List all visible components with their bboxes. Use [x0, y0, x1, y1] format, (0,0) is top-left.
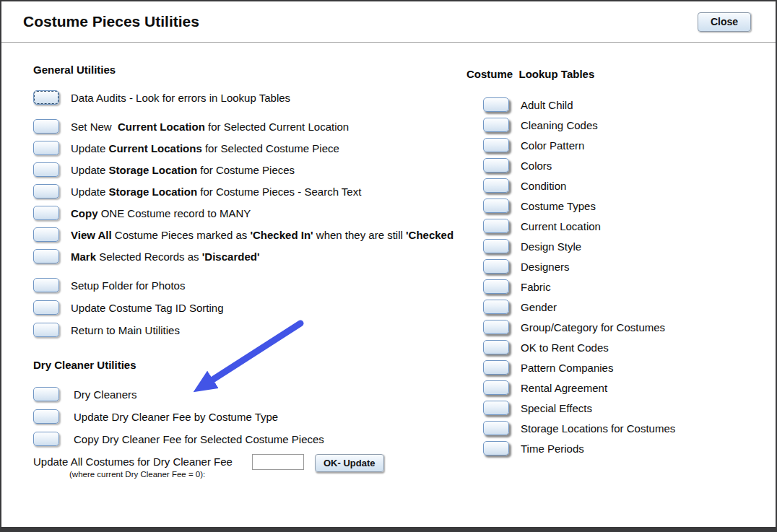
- lookup-pattern-companies-label: Pattern Companies: [521, 362, 613, 374]
- lookup-cleaning-codes-row: Cleaning Codes: [466, 118, 675, 132]
- mark-discarded-button[interactable]: [33, 249, 59, 263]
- set-new-current-location-row: Set New Current Location for Selected Cu…: [33, 119, 456, 134]
- lookup-designers-row: Designers: [466, 259, 675, 274]
- lookup-rental-agreement-row: Rental Agreement: [466, 380, 675, 395]
- view-all-checked-in-row: View All Costume Pieces marked as 'Check…: [33, 227, 456, 242]
- dry-cleaner-fee-row: Update All Costumes for Dry Cleaner Fee …: [33, 454, 456, 479]
- lookup-fabric-button[interactable]: [483, 279, 509, 294]
- lookup-rental-agreement-label: Rental Agreement: [521, 382, 607, 394]
- lookup-gender-button[interactable]: [483, 300, 509, 314]
- lookup-special-effects-label: Special Effects: [521, 402, 592, 414]
- lookup-current-location-button[interactable]: [483, 219, 509, 233]
- lookup-design-style-button[interactable]: [483, 239, 509, 253]
- lookup-adult-child-row: Adult Child: [466, 97, 675, 112]
- return-to-main-utilities-button[interactable]: [33, 323, 59, 337]
- dry-cleaner-fee-input[interactable]: [252, 454, 304, 470]
- lookup-design-style-row: Design Style: [466, 239, 675, 253]
- general-utilities-list: Data Audits - Look for errors in Lookup …: [33, 90, 456, 337]
- update-costume-tag-id-sorting-label: Update Costume Tag ID Sorting: [71, 302, 224, 314]
- dry-cleaners-button[interactable]: [33, 387, 59, 401]
- set-new-current-location-button[interactable]: [33, 119, 59, 134]
- lookup-gender-row: Gender: [466, 300, 675, 314]
- close-button[interactable]: Close: [698, 12, 751, 32]
- general-utilities-heading: General Utilities: [33, 64, 456, 76]
- update-current-locations-button[interactable]: [33, 141, 59, 155]
- copy-dry-cleaner-fee-button[interactable]: [33, 432, 59, 446]
- lookup-designers-label: Designers: [521, 261, 570, 273]
- lookup-ok-to-rent-codes-button[interactable]: [483, 340, 509, 354]
- copy-one-costume-record-button[interactable]: [33, 206, 59, 220]
- lookup-storage-locations-for-costumes-label: Storage Locations for Costumes: [521, 422, 675, 435]
- setup-folder-photos-row: Setup Folder for Photos: [33, 278, 456, 292]
- setup-folder-photos-label: Setup Folder for Photos: [71, 279, 185, 292]
- lookup-colors-label: Colors: [521, 160, 552, 172]
- update-dry-cleaner-fee-by-costume-type-row: Update Dry Cleaner Fee by Costume Type: [33, 409, 456, 424]
- lookup-pattern-companies-button[interactable]: [483, 360, 509, 375]
- update-costume-tag-id-sorting-row: Update Costume Tag ID Sorting: [33, 300, 456, 315]
- lookup-costume-types-button[interactable]: [483, 199, 509, 213]
- lookup-color-pattern-row: Color Pattern: [466, 138, 675, 152]
- lookup-designers-button[interactable]: [483, 259, 509, 274]
- right-column: Costume Lookup Tables Adult ChildCleanin…: [466, 68, 675, 461]
- mark-discarded-label: Mark Selected Records as 'Discarded': [71, 250, 259, 263]
- update-costume-tag-id-sorting-button[interactable]: [33, 300, 59, 315]
- dry-cleaner-fee-labels: Update All Costumes for Dry Cleaner Fee …: [33, 454, 252, 479]
- lookup-group-category-for-costumes-button[interactable]: [483, 320, 509, 334]
- lookup-rental-agreement-button[interactable]: [483, 380, 509, 395]
- lookup-pattern-companies-row: Pattern Companies: [466, 360, 675, 375]
- lookup-condition-row: Condition: [466, 178, 675, 193]
- dry-cleaner-utilities-heading: Dry Cleaner Utilities: [33, 359, 456, 371]
- update-dry-cleaner-fee-by-costume-type-button[interactable]: [33, 409, 59, 424]
- setup-folder-photos-button[interactable]: [33, 278, 59, 292]
- lookup-condition-button[interactable]: [483, 178, 509, 193]
- costume-lookup-tables-list: Adult ChildCleaning CodesColor PatternCo…: [466, 97, 675, 455]
- update-storage-location-row: Update Storage Location for Costume Piec…: [33, 162, 456, 177]
- costume-pieces-utilities-window: Costume Pieces Utilities Close General U…: [0, 0, 777, 532]
- lookup-fabric-label: Fabric: [521, 281, 551, 293]
- lookup-current-location-row: Current Location: [466, 219, 675, 233]
- copy-dry-cleaner-fee-row: Copy Dry Cleaner Fee for Selected Costum…: [33, 432, 456, 446]
- lookup-storage-locations-for-costumes-button[interactable]: [483, 421, 509, 435]
- lookup-colors-row: Colors: [466, 158, 675, 173]
- lookup-group-category-for-costumes-row: Group/Category for Costumes: [466, 320, 675, 334]
- set-new-current-location-label: Set New Current Location for Selected Cu…: [71, 121, 349, 133]
- return-to-main-utilities-label: Return to Main Utilities: [71, 324, 180, 336]
- update-storage-location-button[interactable]: [33, 162, 59, 177]
- left-column: General Utilities Data Audits - Look for…: [33, 64, 456, 479]
- update-storage-location-search-text-button[interactable]: [33, 184, 59, 199]
- lookup-costume-types-row: Costume Types: [466, 199, 675, 213]
- copy-dry-cleaner-fee-label: Copy Dry Cleaner Fee for Selected Costum…: [74, 433, 324, 445]
- update-current-locations-label: Update Current Locations for Selected Co…: [71, 142, 339, 154]
- lookup-fabric-row: Fabric: [466, 279, 675, 294]
- lookup-special-effects-row: Special Effects: [466, 401, 675, 415]
- lookup-adult-child-button[interactable]: [483, 97, 509, 112]
- page-title: Costume Pieces Utilities: [23, 13, 199, 30]
- data-audits-button[interactable]: [33, 90, 59, 105]
- lookup-ok-to-rent-codes-label: OK to Rent Codes: [521, 341, 609, 354]
- dry-cleaners-row: Dry Cleaners: [33, 387, 456, 401]
- general-utilities-group-1: Data Audits - Look for errors in Lookup …: [33, 90, 456, 105]
- view-all-checked-in-label: View All Costume Pieces marked as 'Check…: [71, 229, 453, 241]
- general-utilities-group-2: Set New Current Location for Selected Cu…: [33, 119, 456, 263]
- lookup-current-location-label: Current Location: [521, 220, 601, 232]
- lookup-adult-child-label: Adult Child: [521, 99, 573, 111]
- update-storage-location-search-text-label: Update Storage Location for Costume Piec…: [71, 186, 361, 198]
- lookup-cleaning-codes-label: Cleaning Codes: [521, 119, 598, 131]
- lookup-colors-button[interactable]: [483, 158, 509, 173]
- view-all-checked-in-button[interactable]: [33, 227, 59, 242]
- lookup-group-category-for-costumes-label: Group/Category for Costumes: [521, 321, 665, 333]
- dry-cleaner-utilities-list: Dry CleanersUpdate Dry Cleaner Fee by Co…: [33, 387, 456, 446]
- dry-cleaners-label: Dry Cleaners: [74, 388, 137, 401]
- lookup-color-pattern-button[interactable]: [483, 138, 509, 152]
- lookup-time-periods-button[interactable]: [483, 441, 509, 455]
- header-bar: Costume Pieces Utilities Close: [1, 1, 776, 43]
- lookup-cleaning-codes-button[interactable]: [483, 118, 509, 132]
- copy-one-costume-record-row: Copy ONE Costume record to MANY: [33, 206, 456, 220]
- copy-one-costume-record-label: Copy ONE Costume record to MANY: [71, 207, 251, 219]
- lookup-condition-label: Condition: [521, 180, 566, 192]
- dry-cleaner-fee-label: Update All Costumes for Dry Cleaner Fee: [33, 455, 252, 468]
- lookup-design-style-label: Design Style: [521, 240, 581, 253]
- ok-update-button[interactable]: OK- Update: [315, 454, 384, 472]
- update-dry-cleaner-fee-by-costume-type-label: Update Dry Cleaner Fee by Costume Type: [74, 411, 278, 423]
- lookup-special-effects-button[interactable]: [483, 401, 509, 415]
